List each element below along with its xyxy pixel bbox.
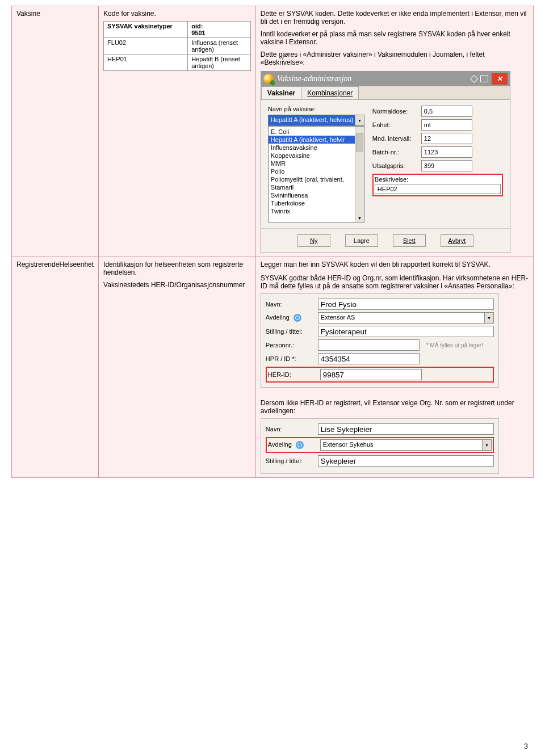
close-icon[interactable]: ✕ <box>492 73 508 85</box>
f1-navn-label: Navn: <box>266 301 315 308</box>
list-item[interactable]: Poliomyelitt (oral, trivalent, <box>269 175 364 183</box>
f1-avdeling-combo[interactable]: Extensor AS ▼ <box>318 312 494 324</box>
f1-stilling-input[interactable] <box>318 326 494 337</box>
inner-r2b: Hepatitt B (renset antigen) <box>188 54 251 71</box>
inner-h2a: oid: <box>191 23 203 30</box>
row1-p1: Dette er SYSVAK koden. Dette kodeverket … <box>261 10 529 26</box>
vaksine-admin-dialog: Vaksine-administrasjon ✕ Vaksiner Kombin… <box>261 71 510 253</box>
list-item[interactable]: Koppevaksine <box>269 152 364 159</box>
maximize-icon[interactable] <box>480 75 488 82</box>
normaldose-input[interactable] <box>421 106 472 117</box>
f2-navn-input[interactable] <box>318 423 494 435</box>
inner-h2: oid: 9501 <box>188 22 251 38</box>
globe-icon <box>263 74 274 84</box>
ny-button[interactable]: Ny <box>297 234 330 247</box>
diamond-icon[interactable] <box>470 75 478 83</box>
chevron-down-icon[interactable]: ▼ <box>483 439 492 451</box>
row2-label-cell: RegistrerendeHelseenhet <box>12 257 99 478</box>
list-item[interactable]: Hepatitt A (inaktivert, helvir <box>269 136 364 144</box>
list-item[interactable]: Influensavaksine <box>269 144 364 152</box>
batch-input[interactable] <box>421 146 472 158</box>
f2-avdeling-combo[interactable]: Extensor Sykehus ▼ <box>320 439 492 451</box>
row2-col2: Identifikasjon for helseenheten som regi… <box>99 257 256 478</box>
tab-vaksiner[interactable]: Vaksiner <box>261 86 301 99</box>
f1-herid-input[interactable] <box>320 369 422 380</box>
row2-p1: SYSVAK godtar både HER-ID og Org.nr, som… <box>261 274 529 290</box>
row2-col2b: Vaksinestedets HER-ID/Organisasjonsnumme… <box>103 281 251 289</box>
list-item[interactable]: Stamaril <box>269 183 364 191</box>
list-item[interactable]: Polio <box>269 167 364 175</box>
avbryt-button[interactable]: Avbryt <box>441 234 473 247</box>
list-item[interactable]: Twinrix <box>269 207 364 215</box>
f1-personnr-input[interactable] <box>318 339 420 351</box>
slett-button-label: Slett <box>403 237 416 244</box>
f1-stilling-label: Stilling / tittel: <box>266 328 315 335</box>
lagre-button[interactable]: Lagre <box>345 234 378 247</box>
inner-h2b: 9501 <box>191 30 205 36</box>
scroll-thumb[interactable] <box>356 133 363 152</box>
avdeling-highlight: Avdeling Extensor Sykehus ▼ <box>266 437 494 453</box>
spec-table: Vaksine Kode for vaksine. SYSVAK vaksine… <box>11 6 534 478</box>
row2-col2a: Identifikasjon for helseenheten som regi… <box>103 261 251 276</box>
inner-r1a: FLU02 <box>104 38 188 54</box>
row1-p2: Inntil kodeverket er på plass må man sel… <box>261 30 529 46</box>
f1-hpr-input[interactable] <box>318 353 420 364</box>
row1-label: Vaksine <box>16 10 40 18</box>
page-number: 3 <box>524 742 528 750</box>
f2-avdeling-value: Extensor Sykehus <box>320 439 483 451</box>
dialog-buttons: Ny Lagre Slett Avbryt <box>261 228 510 253</box>
list-item[interactable]: Svininfluensa <box>269 191 364 199</box>
row1-label-cell: Vaksine <box>12 6 99 257</box>
refresh-icon[interactable] <box>294 314 301 322</box>
inner-h1: SYSVAK vaksinetyper <box>104 22 188 38</box>
pris-input[interactable] <box>421 160 472 171</box>
chevron-down-icon[interactable]: ▼ <box>485 312 494 324</box>
inner-r1b: Influensa (renset antigen) <box>188 38 251 54</box>
enhet-label: Enhet: <box>372 121 418 128</box>
dialog-titlebar: Vaksine-administrasjon ✕ <box>261 72 510 86</box>
ny-button-label: Ny <box>310 237 317 244</box>
f1-hpr-label: HPR / ID *: <box>266 355 315 362</box>
beskrivelse-label: Beskrivelse: <box>375 176 501 183</box>
f2-avdeling-label: Avdeling <box>268 441 317 449</box>
slett-button[interactable]: Slett <box>393 234 426 247</box>
vaksine-combo[interactable]: Hepatitt A (inaktivert, helvirus) ▼ <box>268 115 364 126</box>
f1-personnr-note: * MÅ fylles ut på leger! <box>426 342 483 348</box>
f1-personnr-label: Personnr.: <box>266 342 315 348</box>
kode-for-vaksine: Kode for vaksine. <box>103 10 251 18</box>
batch-label: Batch-nr.: <box>372 149 418 156</box>
tab-kombinasjoner[interactable]: Kombinasjoner <box>301 86 359 99</box>
pris-label: Utsalgspris: <box>372 162 418 169</box>
lagre-button-label: Lagre <box>354 237 370 244</box>
navn-label: Navn på vaksine: <box>268 106 364 112</box>
intervall-input[interactable] <box>421 133 472 144</box>
f1-avdeling-label: Avdeling <box>266 314 315 322</box>
beskrivelse-value[interactable]: HEP02 <box>375 184 501 194</box>
list-item[interactable]: Tuberkolose <box>269 199 364 207</box>
dlg-left-col: Navn på vaksine: Hepatitt A (inaktivert,… <box>268 106 364 222</box>
inner-r2a: HEP01 <box>104 54 188 71</box>
f2-stilling-label: Stilling / tittel: <box>266 457 315 464</box>
scrollbar[interactable]: ▼ <box>355 127 364 222</box>
sysvak-inner-table: SYSVAK vaksinetyper oid: 9501 FLU02 Infl… <box>103 21 251 71</box>
combo-selected: Hepatitt A (inaktivert, helvirus) <box>269 115 355 125</box>
f2-avdeling-text: Avdeling <box>268 441 292 448</box>
enhet-input[interactable] <box>421 119 472 131</box>
list-item[interactable]: E. Coli <box>269 128 364 136</box>
dialog-tabs: Vaksiner Kombinasjoner <box>261 86 510 100</box>
vaksine-listbox[interactable]: E. Coli Hepatitt A (inaktivert, helvir I… <box>268 126 364 222</box>
f2-stilling-input[interactable] <box>318 455 494 467</box>
dialog-title: Vaksine-administrasjon <box>277 74 351 83</box>
personalia-form-1: Navn: Avdeling Extensor AS ▼ Stilling / … <box>261 293 499 388</box>
chevron-down-icon[interactable]: ▼ <box>355 115 364 125</box>
f2-navn-label: Navn: <box>266 426 315 432</box>
row1-col2: Kode for vaksine. SYSVAK vaksinetyper oi… <box>99 6 256 257</box>
f1-avdeling-value: Extensor AS <box>318 312 485 324</box>
avbryt-button-label: Avbryt <box>448 237 466 244</box>
refresh-icon[interactable] <box>296 441 304 449</box>
list-item[interactable]: MMR <box>269 159 364 167</box>
f1-navn-input[interactable] <box>318 299 494 310</box>
chevron-down-icon[interactable]: ▼ <box>355 214 364 222</box>
row2-label: RegistrerendeHelseenhet <box>16 261 94 268</box>
dlg-right-col: Normaldose: Enhet: Mnd. intervall: <box>372 106 503 222</box>
